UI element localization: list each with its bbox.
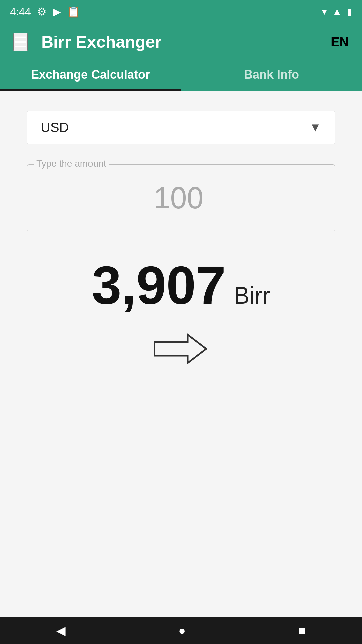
app-title: Birr Exchanger — [41, 32, 161, 52]
svg-marker-0 — [154, 335, 206, 363]
tab-bar: Exchange Calculator Bank Info — [0, 60, 362, 91]
status-right: ▾ ▲ ▮ — [322, 6, 352, 17]
app-bar-left: ☰ Birr Exchanger — [13, 32, 161, 52]
result-currency: Birr — [234, 282, 270, 309]
amount-label: Type the amount — [34, 158, 109, 169]
result-amount: 3,907 — [92, 258, 226, 312]
currency-dropdown[interactable]: USD ▼ — [27, 111, 335, 144]
main-content: USD ▼ Type the amount 3,907 Birr — [0, 91, 362, 617]
back-button[interactable]: ◀ — [43, 620, 79, 641]
tab-bank-info[interactable]: Bank Info — [181, 60, 362, 91]
amount-input[interactable] — [27, 164, 335, 231]
signal-icon: ▲ — [332, 6, 342, 17]
calculate-button[interactable] — [154, 332, 208, 366]
gear-icon: ⚙ — [37, 5, 47, 18]
battery-icon: ▮ — [347, 6, 352, 17]
amount-input-container: Type the amount — [27, 164, 335, 231]
play-icon: ▶ — [53, 5, 61, 18]
wifi-icon: ▾ — [322, 6, 327, 17]
arrow-icon — [154, 332, 208, 366]
status-bar: 4:44 ⚙ ▶ 📋 ▾ ▲ ▮ — [0, 0, 362, 23]
arrow-button-container — [27, 332, 335, 366]
result-section: 3,907 Birr — [27, 258, 335, 312]
app-bar: ☰ Birr Exchanger EN — [0, 23, 362, 60]
currency-selected: USD — [41, 120, 69, 135]
home-button[interactable]: ● — [165, 620, 199, 641]
clipboard-icon: 📋 — [67, 5, 80, 18]
status-time: 4:44 — [10, 6, 31, 18]
status-left: 4:44 ⚙ ▶ 📋 — [10, 5, 80, 18]
bottom-nav: ◀ ● ■ — [0, 617, 362, 644]
tab-exchange-calculator[interactable]: Exchange Calculator — [0, 60, 181, 91]
language-button[interactable]: EN — [331, 35, 349, 49]
menu-button[interactable]: ☰ — [13, 33, 28, 51]
dropdown-arrow-icon: ▼ — [309, 120, 321, 135]
recent-button[interactable]: ■ — [285, 620, 319, 641]
